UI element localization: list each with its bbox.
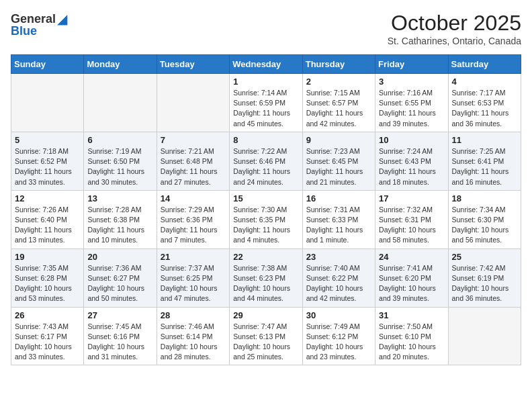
- day-number: 23: [306, 252, 371, 262]
- day-number: 20: [87, 252, 152, 262]
- calendar-cell: 27Sunrise: 7:45 AMSunset: 6:16 PMDayligh…: [84, 307, 157, 365]
- day-info: Sunrise: 7:21 AMSunset: 6:48 PMDaylight:…: [161, 146, 226, 187]
- calendar-cell: 24Sunrise: 7:41 AMSunset: 6:20 PMDayligh…: [375, 248, 448, 307]
- day-info: Sunrise: 7:32 AMSunset: 6:31 PMDaylight:…: [379, 205, 444, 246]
- calendar-cell: 1Sunrise: 7:14 AMSunset: 6:59 PMDaylight…: [230, 74, 302, 132]
- day-info: Sunrise: 7:45 AMSunset: 6:16 PMDaylight:…: [87, 322, 152, 363]
- calendar-cell: 31Sunrise: 7:50 AMSunset: 6:10 PMDayligh…: [375, 307, 448, 365]
- calendar-cell: 8Sunrise: 7:22 AMSunset: 6:46 PMDaylight…: [230, 132, 302, 190]
- calendar-cell: [448, 307, 521, 365]
- day-info: Sunrise: 7:24 AMSunset: 6:43 PMDaylight:…: [379, 146, 444, 187]
- day-info: Sunrise: 7:38 AMSunset: 6:23 PMDaylight:…: [233, 263, 298, 304]
- day-info: Sunrise: 7:36 AMSunset: 6:27 PMDaylight:…: [87, 263, 152, 304]
- day-info: Sunrise: 7:26 AMSunset: 6:40 PMDaylight:…: [15, 205, 80, 246]
- calendar-cell: 4Sunrise: 7:17 AMSunset: 6:53 PMDaylight…: [448, 74, 521, 132]
- day-info: Sunrise: 7:29 AMSunset: 6:36 PMDaylight:…: [161, 205, 226, 246]
- calendar-cell: 30Sunrise: 7:49 AMSunset: 6:12 PMDayligh…: [302, 307, 375, 365]
- weekday-header: Sunday: [11, 55, 84, 74]
- day-number: 2: [306, 77, 371, 87]
- weekday-header: Thursday: [302, 55, 375, 74]
- calendar-cell: 19Sunrise: 7:35 AMSunset: 6:28 PMDayligh…: [11, 248, 84, 307]
- calendar-cell: 6Sunrise: 7:19 AMSunset: 6:50 PMDaylight…: [84, 132, 157, 190]
- calendar-cell: 15Sunrise: 7:30 AMSunset: 6:35 PMDayligh…: [230, 190, 302, 248]
- day-number: 3: [379, 77, 444, 87]
- calendar-cell: 13Sunrise: 7:28 AMSunset: 6:38 PMDayligh…: [84, 190, 157, 248]
- day-info: Sunrise: 7:34 AMSunset: 6:30 PMDaylight:…: [452, 205, 517, 246]
- day-number: 6: [87, 135, 152, 145]
- calendar-cell: 16Sunrise: 7:31 AMSunset: 6:33 PMDayligh…: [302, 190, 375, 248]
- day-info: Sunrise: 7:46 AMSunset: 6:14 PMDaylight:…: [161, 322, 226, 363]
- day-info: Sunrise: 7:31 AMSunset: 6:33 PMDaylight:…: [306, 205, 371, 246]
- calendar-cell: [157, 74, 229, 132]
- calendar-cell: 23Sunrise: 7:40 AMSunset: 6:22 PMDayligh…: [302, 248, 375, 307]
- calendar-cell: 17Sunrise: 7:32 AMSunset: 6:31 PMDayligh…: [375, 190, 448, 248]
- logo: General ◢ Blue: [11, 11, 67, 38]
- calendar-cell: 20Sunrise: 7:36 AMSunset: 6:27 PMDayligh…: [84, 248, 157, 307]
- day-number: 17: [379, 193, 444, 203]
- day-number: 24: [379, 252, 444, 262]
- calendar-cell: 5Sunrise: 7:18 AMSunset: 6:52 PMDaylight…: [11, 132, 84, 190]
- day-number: 1: [233, 77, 298, 87]
- day-number: 28: [161, 310, 226, 320]
- day-number: 10: [379, 135, 444, 145]
- day-number: 15: [233, 193, 298, 203]
- calendar-week-row: 12Sunrise: 7:26 AMSunset: 6:40 PMDayligh…: [11, 190, 521, 248]
- calendar-cell: 3Sunrise: 7:16 AMSunset: 6:55 PMDaylight…: [375, 74, 448, 132]
- day-info: Sunrise: 7:25 AMSunset: 6:41 PMDaylight:…: [452, 146, 517, 187]
- day-number: 14: [161, 193, 226, 203]
- day-number: 26: [15, 310, 80, 320]
- calendar-week-row: 1Sunrise: 7:14 AMSunset: 6:59 PMDaylight…: [11, 74, 521, 132]
- calendar-cell: [11, 74, 84, 132]
- day-number: 8: [233, 135, 298, 145]
- weekday-header: Friday: [375, 55, 448, 74]
- day-number: 18: [452, 193, 517, 203]
- day-number: 4: [452, 77, 517, 87]
- month-title: October 2025: [388, 11, 521, 36]
- calendar-table: SundayMondayTuesdayWednesdayThursdayFrid…: [11, 54, 521, 365]
- day-info: Sunrise: 7:35 AMSunset: 6:28 PMDaylight:…: [15, 263, 80, 304]
- weekday-header: Tuesday: [157, 55, 229, 74]
- calendar-cell: 18Sunrise: 7:34 AMSunset: 6:30 PMDayligh…: [448, 190, 521, 248]
- day-number: 12: [15, 193, 80, 203]
- day-info: Sunrise: 7:49 AMSunset: 6:12 PMDaylight:…: [306, 322, 371, 363]
- calendar-cell: 14Sunrise: 7:29 AMSunset: 6:36 PMDayligh…: [157, 190, 229, 248]
- day-number: 7: [161, 135, 226, 145]
- day-info: Sunrise: 7:37 AMSunset: 6:25 PMDaylight:…: [161, 263, 226, 304]
- day-number: 5: [15, 135, 80, 145]
- day-info: Sunrise: 7:16 AMSunset: 6:55 PMDaylight:…: [379, 88, 444, 129]
- day-number: 29: [233, 310, 298, 320]
- day-number: 19: [15, 252, 80, 262]
- calendar-cell: 22Sunrise: 7:38 AMSunset: 6:23 PMDayligh…: [230, 248, 302, 307]
- calendar-cell: 25Sunrise: 7:42 AMSunset: 6:19 PMDayligh…: [448, 248, 521, 307]
- location-subtitle: St. Catharines, Ontario, Canada: [388, 36, 521, 46]
- day-number: 22: [233, 252, 298, 262]
- calendar-cell: 12Sunrise: 7:26 AMSunset: 6:40 PMDayligh…: [11, 190, 84, 248]
- day-number: 9: [306, 135, 371, 145]
- day-number: 21: [161, 252, 226, 262]
- day-info: Sunrise: 7:43 AMSunset: 6:17 PMDaylight:…: [15, 322, 80, 363]
- day-info: Sunrise: 7:23 AMSunset: 6:45 PMDaylight:…: [306, 146, 371, 187]
- day-info: Sunrise: 7:47 AMSunset: 6:13 PMDaylight:…: [233, 322, 298, 363]
- calendar-cell: 10Sunrise: 7:24 AMSunset: 6:43 PMDayligh…: [375, 132, 448, 190]
- title-area: October 2025 St. Catharines, Ontario, Ca…: [388, 11, 521, 46]
- calendar-week-row: 19Sunrise: 7:35 AMSunset: 6:28 PMDayligh…: [11, 248, 521, 307]
- day-info: Sunrise: 7:42 AMSunset: 6:19 PMDaylight:…: [452, 263, 517, 304]
- calendar-cell: 29Sunrise: 7:47 AMSunset: 6:13 PMDayligh…: [230, 307, 302, 365]
- day-number: 16: [306, 193, 371, 203]
- page-header: General ◢ Blue October 2025 St. Catharin…: [11, 11, 521, 46]
- day-info: Sunrise: 7:50 AMSunset: 6:10 PMDaylight:…: [379, 322, 444, 363]
- day-info: Sunrise: 7:40 AMSunset: 6:22 PMDaylight:…: [306, 263, 371, 304]
- day-number: 31: [379, 310, 444, 320]
- day-info: Sunrise: 7:41 AMSunset: 6:20 PMDaylight:…: [379, 263, 444, 304]
- day-number: 27: [87, 310, 152, 320]
- day-number: 11: [452, 135, 517, 145]
- calendar-cell: 26Sunrise: 7:43 AMSunset: 6:17 PMDayligh…: [11, 307, 84, 365]
- day-info: Sunrise: 7:28 AMSunset: 6:38 PMDaylight:…: [87, 205, 152, 246]
- logo-bird-icon: ◢: [57, 11, 67, 27]
- calendar-cell: [84, 74, 157, 132]
- day-number: 30: [306, 310, 371, 320]
- day-info: Sunrise: 7:15 AMSunset: 6:57 PMDaylight:…: [306, 88, 371, 129]
- calendar-week-row: 5Sunrise: 7:18 AMSunset: 6:52 PMDaylight…: [11, 132, 521, 190]
- weekday-header: Saturday: [448, 55, 521, 74]
- calendar-cell: 21Sunrise: 7:37 AMSunset: 6:25 PMDayligh…: [157, 248, 229, 307]
